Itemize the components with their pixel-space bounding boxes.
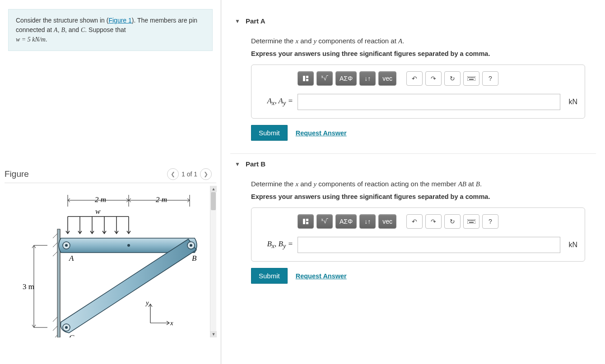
part-a-express: Express your answers using three signifi…	[251, 50, 585, 57]
svg-point-23	[190, 244, 192, 247]
help-button[interactable]: ?	[482, 71, 498, 86]
part-a-answer-box: x√ ΑΣΦ ↓↑ vec ↶ ↷ ↻ ? Ax, Ay =	[251, 65, 585, 119]
figure-title: Figure	[5, 169, 29, 179]
scroll-thumb[interactable]	[211, 192, 216, 210]
vec-button[interactable]: vec	[378, 71, 396, 86]
svg-rect-44	[303, 219, 305, 224]
svg-rect-53	[469, 222, 474, 223]
svg-rect-38	[468, 77, 469, 78]
label-C: C	[69, 333, 74, 337]
problem-text: Consider the structure shown in (	[16, 17, 108, 24]
scroll-up-icon[interactable]: ▲	[210, 186, 217, 192]
keyboard-icon	[467, 219, 475, 224]
pager-prev-button[interactable]: ❮	[167, 168, 179, 180]
part-a-var-label: Ax, Ay =	[259, 97, 298, 107]
label-A: A	[69, 254, 74, 263]
svg-rect-43	[469, 79, 474, 80]
arrows-button[interactable]: ↓↑	[359, 214, 376, 229]
axis-y: y	[145, 299, 149, 306]
svg-rect-34	[303, 76, 305, 81]
part-a-input[interactable]	[298, 94, 560, 110]
svg-rect-41	[472, 77, 473, 78]
svg-rect-37	[467, 76, 475, 81]
dim-2m-2: 2 m	[156, 195, 167, 204]
problem-statement: Consider the structure shown in (Figure …	[8, 9, 213, 51]
svg-line-18	[53, 335, 57, 337]
svg-rect-50	[471, 220, 472, 221]
svg-point-26	[127, 244, 130, 247]
part-b-var-label: Bx, By =	[259, 240, 298, 250]
svg-rect-47	[467, 219, 475, 224]
reset-button[interactable]: ↻	[444, 214, 461, 229]
greek-button[interactable]: ΑΣΦ	[335, 214, 357, 229]
figure-link[interactable]: Figure 1	[108, 17, 131, 24]
undo-button[interactable]: ↶	[406, 71, 423, 86]
svg-line-16	[53, 317, 57, 322]
redo-button[interactable]: ↷	[425, 214, 442, 229]
svg-rect-45	[306, 219, 308, 221]
collapse-caret-icon[interactable]: ▼	[235, 161, 240, 167]
svg-rect-35	[306, 76, 308, 78]
unit-label: kN	[560, 241, 577, 249]
keyboard-button[interactable]	[463, 214, 479, 229]
redo-button[interactable]: ↷	[425, 71, 442, 86]
part-b-express: Express your answers using three signifi…	[251, 193, 585, 200]
svg-rect-36	[306, 79, 308, 81]
svg-line-15	[53, 252, 57, 256]
part-a-request-answer-link[interactable]: Request Answer	[296, 129, 347, 137]
keyboard-icon	[467, 76, 475, 81]
svg-rect-52	[474, 220, 475, 221]
part-b-input[interactable]	[298, 237, 560, 253]
svg-line-14	[53, 243, 57, 247]
svg-rect-46	[306, 222, 308, 224]
svg-rect-49	[470, 220, 470, 221]
svg-line-17	[53, 326, 57, 331]
part-a-submit-button[interactable]: Submit	[251, 125, 288, 141]
figure-scrollbar[interactable]: ▲ ▼	[210, 186, 216, 337]
arrows-button[interactable]: ↓↑	[359, 71, 376, 86]
pager-next-button[interactable]: ❯	[200, 168, 212, 180]
svg-rect-51	[472, 220, 473, 221]
svg-rect-39	[470, 77, 470, 78]
label-B: B	[192, 254, 197, 263]
sqrt-button[interactable]: x√	[316, 214, 333, 229]
reset-button[interactable]: ↻	[444, 71, 461, 86]
svg-rect-42	[474, 77, 475, 78]
figure-canvas: 2 m 2 m w	[5, 186, 216, 337]
templates-button[interactable]	[298, 71, 314, 86]
answer-toolbar: x√ ΑΣΦ ↓↑ vec ↶ ↷ ↻ ?	[298, 214, 577, 229]
svg-line-13	[53, 234, 57, 238]
scroll-down-icon[interactable]: ▼	[210, 331, 217, 337]
collapse-caret-icon[interactable]: ▼	[235, 18, 240, 24]
part-a-title: Part A	[246, 17, 265, 25]
axis-x: x	[170, 319, 173, 327]
svg-point-25	[65, 326, 68, 329]
part-b-request-answer-link[interactable]: Request Answer	[296, 272, 347, 280]
svg-rect-40	[471, 77, 472, 78]
part-b-title: Part B	[246, 160, 265, 168]
part-b-submit-button[interactable]: Submit	[251, 268, 288, 284]
svg-point-21	[65, 244, 68, 247]
pager-text: 1 of 1	[182, 170, 197, 178]
keyboard-button[interactable]	[463, 71, 479, 86]
vec-button[interactable]: vec	[378, 214, 396, 229]
sqrt-button[interactable]: x√	[316, 71, 333, 86]
dim-2m-1: 2 m	[95, 195, 106, 204]
dim-3m: 3 m	[23, 282, 34, 291]
svg-rect-48	[468, 220, 469, 221]
greek-button[interactable]: ΑΣΦ	[335, 71, 357, 86]
templates-button[interactable]	[298, 214, 314, 229]
undo-button[interactable]: ↶	[406, 214, 423, 229]
help-button[interactable]: ?	[482, 214, 498, 229]
answer-toolbar: x√ ΑΣΦ ↓↑ vec ↶ ↷ ↻ ?	[298, 71, 577, 86]
load-w-label: w	[95, 207, 101, 216]
unit-label: kN	[560, 98, 577, 106]
figure-pager: ❮ 1 of 1 ❯	[167, 168, 212, 180]
part-a-prompt: Determine the x and y components of reac…	[251, 35, 585, 47]
part-b-prompt: Determine the x and y components of reac…	[251, 178, 585, 190]
part-b-answer-box: x√ ΑΣΦ ↓↑ vec ↶ ↷ ↻ ? Bx, By =	[251, 207, 585, 262]
